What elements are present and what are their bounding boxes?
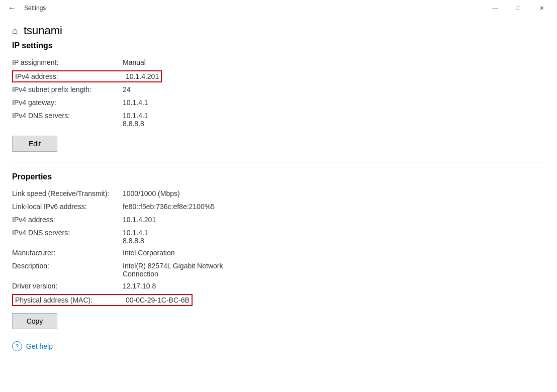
ipv4-gateway-row: IPv4 gateway: 10.1.4.1 — [12, 96, 545, 110]
edit-button[interactable]: Edit — [12, 136, 57, 152]
prop-dns-label: IPv4 DNS servers: — [12, 229, 123, 237]
app-title: Settings — [24, 5, 46, 12]
ipv6-value: fe80::f5eb:736c:ef8e:2100%5 — [123, 203, 215, 211]
prop-dns-row: IPv4 DNS servers: 10.1.4.1 8.8.8.8 — [12, 227, 545, 247]
mac-address-row-highlighted: Physical address (MAC): 00-0C-29-1C-BC-6… — [12, 294, 193, 306]
ipv4-dns-label: IPv4 DNS servers: — [12, 112, 123, 120]
mac-address-value: 00-0C-29-1C-BC-6B — [126, 296, 190, 304]
prop-dns-value: 10.1.4.1 8.8.8.8 — [123, 229, 148, 245]
prop-ipv4-address-row: IPv4 address: 10.1.4.201 — [12, 214, 545, 227]
maximize-button[interactable]: □ — [507, 0, 530, 16]
ip-assignment-row: IP assignment: Manual — [12, 56, 545, 69]
help-icon: ? — [12, 341, 22, 351]
prop-ipv4-address-value: 10.1.4.201 — [123, 216, 156, 224]
close-button[interactable]: ✕ — [530, 0, 553, 16]
properties-title: Properties — [12, 172, 545, 181]
manufacturer-row: Manufacturer: Intel Corporation — [12, 247, 545, 260]
ipv4-address-row-highlighted: IPv4 address: 10.1.4.201 — [12, 70, 162, 82]
ip-settings-title: IP settings — [12, 41, 545, 50]
copy-button[interactable]: Copy — [12, 313, 57, 329]
title-bar-left: ← Settings — [4, 0, 46, 16]
driver-version-value: 12.17.10.8 — [123, 282, 156, 290]
link-speed-label: Link speed (Receive/Transmit): — [12, 189, 123, 198]
ipv4-gateway-value: 10.1.4.1 — [123, 99, 148, 107]
ipv4-subnet-row: IPv4 subnet prefix length: 24 — [12, 83, 545, 96]
ipv4-address-label: IPv4 address: — [15, 72, 126, 80]
title-bar: ← Settings — □ ✕ — [0, 0, 557, 16]
ip-settings-section: IP settings IP assignment: Manual IPv4 a… — [12, 41, 545, 152]
driver-version-row: Driver version: 12.17.10.8 — [12, 280, 545, 293]
content-area: ⌂ tsunami IP settings IP assignment: Man… — [0, 16, 557, 392]
link-speed-value: 1000/1000 (Mbps) — [123, 189, 180, 198]
minimize-button[interactable]: — — [484, 0, 507, 16]
ip-assignment-label: IP assignment: — [12, 58, 123, 66]
properties-section: Properties Link speed (Receive/Transmit)… — [12, 172, 545, 329]
back-button[interactable]: ← — [4, 0, 20, 16]
prop-ipv4-address-label: IPv4 address: — [12, 216, 123, 224]
manufacturer-value: Intel Corporation — [123, 249, 175, 257]
mac-address-label: Physical address (MAC): — [15, 296, 126, 304]
description-label: Description: — [12, 262, 123, 270]
description-row: Description: Intel(R) 82574L Gigabit Net… — [12, 260, 545, 280]
ipv4-gateway-label: IPv4 gateway: — [12, 99, 123, 107]
page-header: ⌂ tsunami — [12, 24, 545, 37]
ipv6-row: Link-local IPv6 address: fe80::f5eb:736c… — [12, 201, 545, 214]
ipv4-dns-row: IPv4 DNS servers: 10.1.4.1 8.8.8.8 — [12, 110, 545, 130]
ipv6-label: Link-local IPv6 address: — [12, 203, 123, 211]
driver-version-label: Driver version: — [12, 282, 123, 290]
section-divider — [12, 162, 545, 162]
ipv4-subnet-value: 24 — [123, 85, 131, 93]
get-help-link[interactable]: ? Get help — [12, 341, 545, 351]
description-value: Intel(R) 82574L Gigabit Network Connecti… — [123, 262, 223, 278]
get-help-label: Get help — [26, 342, 53, 350]
ipv4-dns-value: 10.1.4.1 8.8.8.8 — [123, 112, 148, 128]
home-icon[interactable]: ⌂ — [12, 26, 18, 36]
window-controls: — □ ✕ — [484, 0, 553, 16]
ipv4-address-value: 10.1.4.201 — [126, 72, 159, 80]
ip-assignment-value: Manual — [123, 58, 146, 66]
manufacturer-label: Manufacturer: — [12, 249, 123, 257]
link-speed-row: Link speed (Receive/Transmit): 1000/1000… — [12, 187, 545, 201]
page-title: tsunami — [24, 24, 62, 37]
ipv4-subnet-label: IPv4 subnet prefix length: — [12, 85, 123, 93]
